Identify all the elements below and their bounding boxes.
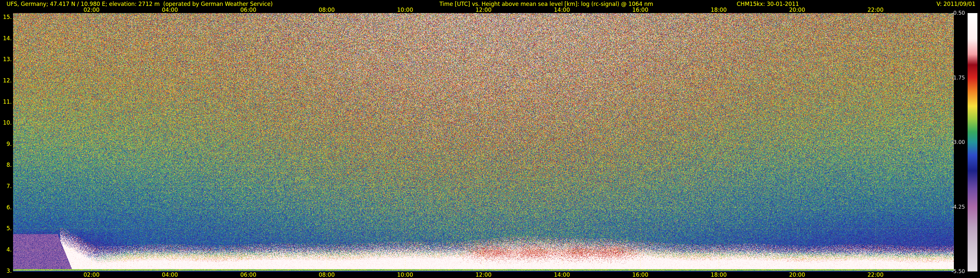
colorbar-tick: -4.25 — [945, 204, 965, 210]
y-axis-tick: 13. — [1, 56, 12, 62]
x-axis-tick-bottom: 16:00 — [627, 272, 653, 278]
colorbar-tick: -5.50 — [945, 268, 965, 275]
chm15kx-quicklook: UFS, Germany; 47.417 N / 10.980 E; eleva… — [0, 0, 980, 278]
y-axis-tick: 4. — [1, 247, 12, 252]
colorbar-tick: -0.50 — [945, 10, 965, 16]
y-axis-tick: 15. — [1, 14, 12, 20]
x-axis-tick-top: 20:00 — [784, 7, 810, 13]
y-axis-tick: 10. — [1, 120, 12, 126]
x-axis-tick-bottom: 18:00 — [706, 272, 732, 278]
x-axis-tick-bottom: 04:00 — [157, 272, 183, 278]
x-axis-tick-bottom: 02:00 — [78, 272, 105, 278]
y-axis-tick: 14. — [1, 35, 12, 41]
x-axis-tick-top: 16:00 — [627, 7, 653, 13]
version-label: V: 2011/09/01 — [937, 1, 975, 7]
y-axis-tick: 8. — [1, 162, 12, 168]
heatmap-canvas — [13, 13, 954, 272]
x-axis-tick-top: 14:00 — [549, 7, 575, 13]
x-axis-tick-top: 08:00 — [313, 7, 340, 13]
plot-area — [13, 13, 954, 272]
x-axis-tick-top: 12:00 — [470, 7, 496, 13]
x-axis-tick-bottom: 22:00 — [862, 272, 889, 278]
x-axis-tick-bottom: 12:00 — [470, 272, 496, 278]
y-axis-tick: 3. — [1, 268, 12, 274]
colorbar — [967, 13, 977, 272]
x-axis-tick-top: 02:00 — [78, 7, 105, 13]
x-axis-tick-top: 06:00 — [235, 7, 261, 13]
x-axis-tick-bottom: 06:00 — [235, 272, 261, 278]
x-axis-tick-top: 04:00 — [157, 7, 183, 13]
colorbar-tick: -3.00 — [945, 139, 965, 145]
station-info: UFS, Germany; 47.417 N / 10.980 E; eleva… — [6, 1, 273, 7]
x-axis-tick-bottom: 20:00 — [784, 272, 810, 278]
y-axis-tick: 11. — [1, 99, 12, 105]
x-axis-tick-top: 22:00 — [862, 7, 889, 13]
y-axis-tick: 7. — [1, 183, 12, 189]
x-axis-tick-top: 10:00 — [392, 7, 418, 13]
y-axis-tick: 5. — [1, 225, 12, 231]
colorbar-tick: -1.75 — [945, 75, 965, 81]
y-axis-tick: 12. — [1, 78, 12, 83]
x-axis-tick-top: 18:00 — [706, 7, 732, 13]
x-axis-tick-bottom: 10:00 — [392, 272, 418, 278]
y-axis-tick: 6. — [1, 205, 12, 210]
plot-title: Time [UTC] vs. Height above mean sea lev… — [439, 1, 653, 7]
x-axis-tick-bottom: 08:00 — [313, 272, 340, 278]
device-date: CHM15kx: 30-01-2011 — [737, 1, 799, 7]
y-axis-tick: 9. — [1, 141, 12, 147]
x-axis-tick-bottom: 14:00 — [549, 272, 575, 278]
